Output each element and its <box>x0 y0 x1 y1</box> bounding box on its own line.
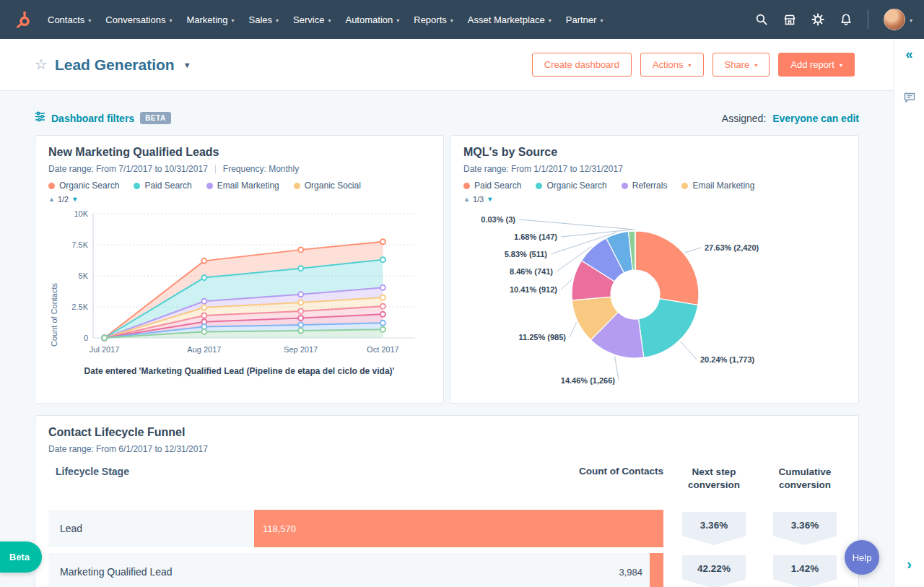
data-point[interactable] <box>298 300 303 305</box>
legend-item[interactable]: Organic Social <box>294 181 361 191</box>
legend-item[interactable]: Email Marketing <box>681 181 754 191</box>
data-point[interactable] <box>298 247 303 252</box>
nav-item-conversations[interactable]: Conversations▾ <box>98 9 179 31</box>
legend-item[interactable]: Organic Search <box>536 181 606 191</box>
search-icon[interactable] <box>755 13 768 26</box>
donut-slice-label: 20.24% (1,773) <box>700 355 755 364</box>
slice-leader-line <box>519 219 635 230</box>
data-point[interactable] <box>298 329 303 334</box>
hubspot-logo-icon[interactable] <box>14 10 33 29</box>
chevron-down-icon: ▾ <box>754 62 757 69</box>
report-frequency: Frequency: Monthly <box>223 164 299 174</box>
chevron-down-icon: ▾ <box>232 17 235 24</box>
data-point[interactable] <box>201 329 206 334</box>
data-point[interactable] <box>298 322 303 327</box>
data-point[interactable] <box>298 316 303 321</box>
legend-page-indicator: 1/3 <box>473 195 484 204</box>
account-menu[interactable]: ▾ <box>884 9 912 30</box>
donut-slice-label: 1.68% (147) <box>514 232 557 241</box>
nav-item-contacts[interactable]: Contacts▾ <box>40 9 98 31</box>
report-card-new-mqls: New Marketing Qualified Leads Date range… <box>35 135 444 404</box>
legend-dot <box>622 183 628 189</box>
legend-item[interactable]: Paid Search <box>134 181 191 191</box>
nav-item-reports[interactable]: Reports▾ <box>406 9 461 31</box>
data-point[interactable] <box>380 257 385 262</box>
funnel-header: Lifecycle Stage Count of Contacts Next s… <box>48 466 845 491</box>
beta-pill-button[interactable]: Beta <box>0 542 42 573</box>
collapse-panel-icon[interactable]: « <box>905 48 912 61</box>
nav-divider <box>868 10 868 29</box>
marketplace-icon[interactable] <box>783 13 796 26</box>
data-point[interactable] <box>298 266 303 271</box>
data-point[interactable] <box>380 295 385 300</box>
data-point[interactable] <box>380 304 385 309</box>
donut-slice-label: 11.25% (985) <box>519 333 567 342</box>
data-point[interactable] <box>102 336 107 341</box>
chevron-down-icon: ▾ <box>328 17 331 24</box>
column-header-cumulative: Cumulative conversion <box>764 466 845 491</box>
data-point[interactable] <box>380 312 385 317</box>
dashboard-picker-caret-icon[interactable]: ▼ <box>183 61 191 69</box>
nav-item-sales[interactable]: Sales▾ <box>242 9 287 31</box>
nav-item-service[interactable]: Service▾ <box>286 9 338 31</box>
create-dashboard-button[interactable]: Create dashboard <box>532 53 632 77</box>
data-point[interactable] <box>201 313 206 318</box>
donut-slice[interactable] <box>639 299 698 358</box>
legend-item[interactable]: Organic Search <box>48 181 119 191</box>
right-rail: « › <box>894 39 924 587</box>
data-point[interactable] <box>380 327 385 332</box>
donut-slice[interactable] <box>635 231 699 305</box>
funnel-bar[interactable] <box>650 553 663 587</box>
add-report-button[interactable]: Add report▾ <box>778 53 855 77</box>
chart-legend: Organic Search Paid Search Email Marketi… <box>48 181 430 191</box>
funnel-stage-label: Marketing Qualified Lead <box>48 553 254 587</box>
data-point[interactable] <box>201 275 206 280</box>
notifications-bell-icon[interactable] <box>840 13 853 26</box>
data-point[interactable] <box>380 239 385 244</box>
nav-item-partner[interactable]: Partner▾ <box>559 9 611 31</box>
data-point[interactable] <box>201 258 206 264</box>
nav-item-automation[interactable]: Automation▾ <box>338 9 406 31</box>
donut-slice-label: 5.83% (511) <box>505 250 548 258</box>
legend-page-up-icon[interactable]: ▲ <box>463 196 470 203</box>
top-navigation: Contacts▾ Conversations▾ Marketing▾ Sale… <box>0 0 924 39</box>
legend-item[interactable]: Paid Search <box>463 181 521 191</box>
data-point[interactable] <box>298 292 303 297</box>
nav-item-marketing[interactable]: Marketing▾ <box>179 9 241 31</box>
legend-item[interactable]: Email Marketing <box>206 181 279 191</box>
help-button[interactable]: Help <box>845 540 879 575</box>
comments-icon[interactable] <box>903 91 916 104</box>
nav-item-asset-marketplace[interactable]: Asset Marketplace▾ <box>461 9 559 31</box>
funnel-stage-label: Lead <box>48 510 254 547</box>
y-tick-label: 10K <box>74 209 88 218</box>
report-title: Contact Lifecycle Funnel <box>48 426 845 439</box>
expand-panel-icon[interactable]: › <box>907 557 912 571</box>
legend-page-down-icon[interactable]: ▼ <box>71 196 78 203</box>
funnel-bar-track: 118,570 <box>254 510 663 547</box>
legend-dot <box>463 183 470 189</box>
legend-dot <box>681 183 688 189</box>
favorite-star-icon[interactable]: ☆ <box>35 56 48 73</box>
data-point[interactable] <box>298 309 303 314</box>
legend-dot <box>294 183 300 189</box>
data-point[interactable] <box>201 305 206 310</box>
data-point[interactable] <box>201 299 206 304</box>
chevron-down-icon: ▾ <box>396 17 399 24</box>
legend-page-down-icon[interactable]: ▼ <box>487 196 493 203</box>
funnel-bar[interactable] <box>254 510 663 547</box>
assigned-value-link[interactable]: Everyone can edit <box>772 113 859 124</box>
legend-page-up-icon[interactable]: ▲ <box>48 196 55 203</box>
data-point[interactable] <box>380 321 385 326</box>
chevron-down-icon: ▾ <box>549 17 552 24</box>
share-button[interactable]: Share▾ <box>712 53 770 77</box>
data-point[interactable] <box>380 285 385 290</box>
settings-gear-icon[interactable] <box>811 13 824 26</box>
legend-item[interactable]: Referrals <box>622 181 668 191</box>
slice-leader-line <box>570 323 577 337</box>
dashboard-filters-link[interactable]: Dashboard filters <box>51 113 134 124</box>
x-tick-label: Jul 2017 <box>90 345 120 354</box>
y-tick-label: 5K <box>79 271 89 280</box>
dashboard-body: Dashboard filters BETA Assigned: Everyon… <box>0 91 924 587</box>
y-tick-label: 2.5K <box>71 303 88 311</box>
actions-button[interactable]: Actions▾ <box>640 53 704 77</box>
